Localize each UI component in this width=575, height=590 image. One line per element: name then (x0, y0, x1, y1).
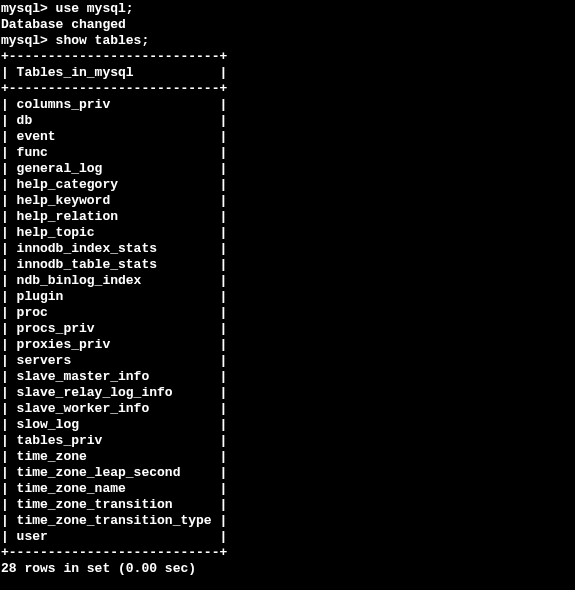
table-row: | general_log | (1, 161, 575, 177)
table-row: | time_zone_transition_type | (1, 513, 575, 529)
table-header: | Tables_in_mysql | (1, 65, 575, 81)
prompt: mysql> (1, 33, 56, 48)
table-row: | time_zone_leap_second | (1, 465, 575, 481)
table-row: | procs_priv | (1, 321, 575, 337)
table-row: | proxies_priv | (1, 337, 575, 353)
table-border-mid: +---------------------------+ (1, 81, 575, 97)
command-line-2: mysql> show tables; (1, 33, 575, 49)
table-row: | slave_worker_info | (1, 401, 575, 417)
table-row: | proc | (1, 305, 575, 321)
table-row: | time_zone | (1, 449, 575, 465)
table-row: | help_relation | (1, 209, 575, 225)
prompt: mysql> (1, 1, 56, 16)
table-row: | innodb_index_stats | (1, 241, 575, 257)
table-row: | help_keyword | (1, 193, 575, 209)
table-border-top: +---------------------------+ (1, 49, 575, 65)
table-row: | time_zone_name | (1, 481, 575, 497)
table-row: | columns_priv | (1, 97, 575, 113)
table-border-bottom: +---------------------------+ (1, 545, 575, 561)
command-line-1: mysql> use mysql; (1, 1, 575, 17)
command: use mysql; (56, 1, 134, 16)
table-row: | help_category | (1, 177, 575, 193)
table-row: | event | (1, 129, 575, 145)
terminal-output[interactable]: mysql> use mysql; Database changed mysql… (0, 0, 575, 577)
table-row: | func | (1, 145, 575, 161)
table-row: | slave_master_info | (1, 369, 575, 385)
table-row: | tables_priv | (1, 433, 575, 449)
table-row: | slow_log | (1, 417, 575, 433)
summary-line: 28 rows in set (0.00 sec) (1, 561, 575, 577)
table-row: | servers | (1, 353, 575, 369)
table-row: | slave_relay_log_info | (1, 385, 575, 401)
table-row: | ndb_binlog_index | (1, 273, 575, 289)
table-row: | help_topic | (1, 225, 575, 241)
table-row: | plugin | (1, 289, 575, 305)
response-line: Database changed (1, 17, 575, 33)
table-row: | innodb_table_stats | (1, 257, 575, 273)
table-row: | db | (1, 113, 575, 129)
table-row: | user | (1, 529, 575, 545)
command: show tables; (56, 33, 150, 48)
table-row: | time_zone_transition | (1, 497, 575, 513)
